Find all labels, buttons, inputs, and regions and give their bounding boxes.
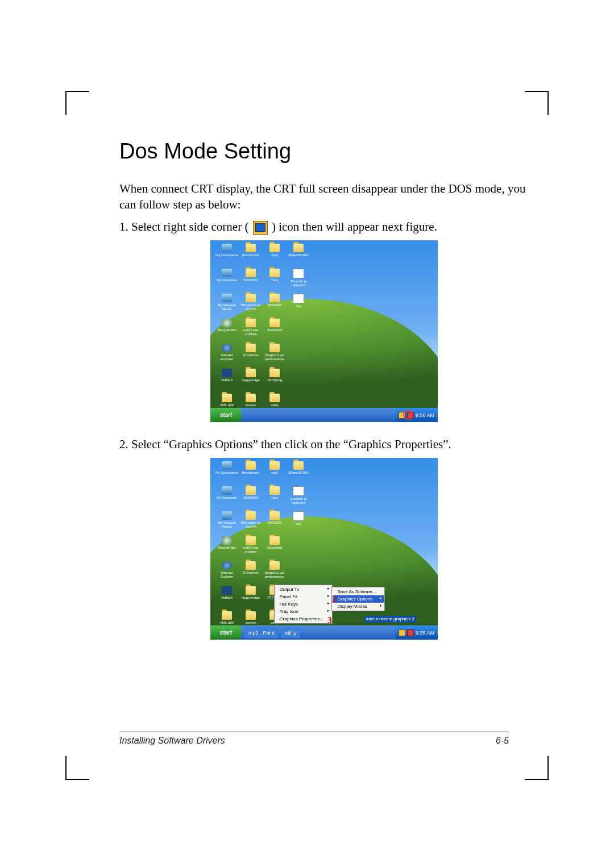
desktop-icon[interactable]: Shortcut to mplayer2 bbox=[287, 269, 310, 293]
folder-icon bbox=[293, 461, 304, 470]
desktop-icon[interactable]: Internet Explorer bbox=[215, 344, 239, 368]
desktop-icon[interactable]: Benchmark bbox=[239, 244, 263, 268]
desktop-icon[interactable]: Avflash bbox=[215, 586, 239, 610]
desktop-icon-label: My Documents bbox=[215, 253, 238, 257]
tray-graphics-icon bbox=[253, 221, 268, 235]
desktop-icon-label: Recycle Bin bbox=[218, 328, 236, 332]
desktop-icon[interactable]: Internet Explorer bbox=[215, 561, 239, 585]
desktop-icon-label: 3DS2042 bbox=[243, 278, 258, 282]
desktop-icon[interactable]: 3Dtest32.R01 bbox=[287, 244, 310, 268]
folder-icon bbox=[246, 369, 256, 377]
desktop-icon[interactable]: 3DS2042 bbox=[239, 486, 263, 510]
tray-icon[interactable] bbox=[399, 629, 405, 636]
desktop-icon[interactable]: 855 patch for 2ndTH bbox=[239, 511, 263, 535]
desktop-icon[interactable]: WIN2207 bbox=[263, 511, 287, 535]
desktop-icon[interactable]: Tony bbox=[263, 269, 287, 293]
desktop-icon[interactable]: 855 patch for 2ndTH bbox=[239, 294, 263, 318]
taskbar-app-2[interactable]: utility bbox=[281, 627, 300, 638]
desktop-icon[interactable]: Avflash bbox=[215, 369, 239, 393]
desktop-icon[interactable]: Shortcut to mplayer2 bbox=[287, 486, 310, 510]
desktop-icon[interactable]: floppyimage bbox=[239, 369, 263, 393]
taskbar-app-1[interactable]: mp2 - Paint bbox=[245, 627, 278, 638]
desktop-icon[interactable]: D:Capture bbox=[239, 344, 263, 368]
desktop-icon[interactable]: Recycle Bin bbox=[215, 536, 239, 560]
desktop-icon-label: My Documents bbox=[215, 471, 238, 475]
desktop-icon[interactable]: 3Dtest32.R01 bbox=[287, 461, 310, 485]
desktop-icon-label: test bbox=[296, 522, 301, 526]
desktop-icon-label: 855 patch for 2ndTH bbox=[239, 303, 263, 311]
desktop-icon[interactable]: md97.exe crushes bbox=[239, 319, 263, 343]
desktop-icon[interactable]: My Network Places bbox=[215, 294, 239, 318]
step-1-pre: 1. Select right side corner ( bbox=[119, 220, 248, 233]
desktop-icon-label: TFTTprog bbox=[267, 378, 283, 382]
folder-icon bbox=[293, 244, 304, 252]
sys-icon bbox=[222, 461, 232, 470]
tray-highlighted-icon[interactable] bbox=[403, 410, 413, 420]
desktop-icon[interactable]: My Documents bbox=[215, 461, 239, 485]
menu-item[interactable]: Display Modes bbox=[333, 603, 384, 610]
folder-icon bbox=[246, 344, 256, 352]
desktop-icon-label: movies bbox=[245, 621, 256, 625]
desktop-icon[interactable]: Sisandra8 bbox=[263, 536, 287, 560]
desktop-icon-label: Internet Explorer bbox=[215, 571, 239, 578]
desktop-icon[interactable]: mp3 bbox=[263, 461, 287, 485]
folder-icon bbox=[246, 511, 256, 520]
screenshot-1: My DocumentsBenchmarkmp33Dtest32.R01My C… bbox=[210, 240, 438, 422]
desktop-icon-label: 3DS2042 bbox=[243, 496, 258, 500]
desktop-icon-label: mp3 bbox=[271, 253, 278, 257]
folder-icon bbox=[246, 294, 256, 302]
desktop-icon[interactable]: My Network Places bbox=[215, 511, 239, 535]
start-button[interactable]: start bbox=[210, 408, 242, 422]
menu-item[interactable]: Graphics Options bbox=[333, 595, 384, 603]
desktop-icon[interactable]: SnapIt.to Lpt performance bbox=[263, 561, 287, 585]
folder-icon bbox=[246, 461, 256, 470]
desktop-icon[interactable]: My Computer bbox=[215, 486, 239, 510]
system-tray-2: 9:35 AM bbox=[395, 625, 438, 640]
desktop-icon[interactable]: Benchmark bbox=[239, 461, 263, 485]
desktop-icon[interactable]: Sisandra8 bbox=[263, 319, 287, 343]
tray-icon-alert[interactable] bbox=[407, 629, 414, 636]
desktop-icon-label: Tony bbox=[271, 278, 279, 282]
desktop-icon-label: floppyimage bbox=[242, 596, 260, 600]
menu-item[interactable]: Save As Scheme... bbox=[333, 588, 384, 595]
doc-icon bbox=[293, 294, 304, 303]
desktop-icon[interactable]: md97.exe crushes bbox=[239, 536, 263, 560]
menu-item[interactable]: Panel Fit bbox=[275, 593, 331, 600]
desktop-icon-label: movies bbox=[245, 403, 256, 407]
callout-3: 3 bbox=[327, 615, 332, 625]
desktop-icon[interactable]: mp3 bbox=[263, 244, 287, 268]
desktop-icon[interactable]: TFTTprog bbox=[263, 369, 287, 393]
context-menu-tray[interactable]: Output ToPanel FitHot KeysTray IconGraph… bbox=[274, 585, 333, 624]
menu-item[interactable]: Hot Keys bbox=[275, 600, 331, 608]
desktop-icon-label: D:Capture bbox=[243, 353, 258, 357]
menu-item[interactable]: Graphics Properties... bbox=[275, 615, 331, 623]
start-button[interactable]: start bbox=[210, 625, 242, 640]
context-menu-graphics[interactable]: Save As Scheme...Graphics OptionsDisplay… bbox=[331, 587, 385, 611]
desktop-icon[interactable]: floppyimage bbox=[239, 586, 263, 610]
menu-item[interactable]: Output To bbox=[275, 586, 331, 593]
desktop-icon[interactable]: test bbox=[287, 294, 310, 318]
desktop-icon[interactable]: Tony bbox=[263, 486, 287, 510]
desktop-icon[interactable]: WIN2207 bbox=[263, 294, 287, 318]
av-icon bbox=[222, 586, 232, 595]
desktop-icon-label: mp3 bbox=[271, 471, 278, 475]
tray-clock: 9:35 AM bbox=[416, 630, 434, 636]
ie-icon bbox=[222, 344, 232, 352]
desktop-icon[interactable]: My Documents bbox=[215, 244, 239, 268]
desktop-icon[interactable]: Recycle Bin bbox=[215, 319, 239, 343]
desktop-icon-label: Sisandra8 bbox=[267, 546, 282, 550]
menu-item[interactable]: Tray Icon bbox=[275, 608, 331, 615]
desktop-icon-label: Avflash bbox=[221, 378, 233, 382]
desktop-icon[interactable]: 3DS2042 bbox=[239, 269, 263, 293]
sys-icon bbox=[222, 511, 232, 520]
desktop-icon[interactable]: SnapIt.to Lpt performance bbox=[263, 344, 287, 368]
taskbar-1: start 9:56 AM bbox=[210, 408, 438, 422]
desktop-icon-label: Shortcut to mplayer2 bbox=[287, 497, 310, 504]
folder-icon bbox=[269, 536, 280, 545]
folder-icon bbox=[246, 536, 256, 545]
desktop-icon[interactable]: My Computer bbox=[215, 269, 239, 293]
desktop-icon[interactable]: D:Capture bbox=[239, 561, 263, 585]
folder-icon bbox=[269, 244, 280, 252]
folder-icon bbox=[269, 369, 280, 377]
desktop-icon[interactable]: test bbox=[287, 511, 310, 535]
